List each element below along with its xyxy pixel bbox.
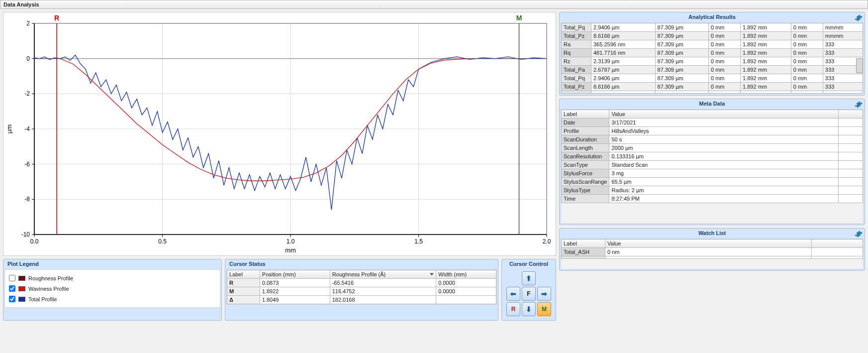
- cursor-r-button[interactable]: R: [506, 302, 520, 316]
- scrollbar[interactable]: [856, 58, 863, 73]
- cursor-control-panel: Cursor Control ⬆ ⬅ F ➡ R ⬇ M: [501, 259, 556, 321]
- table-cell: 0 mm: [791, 57, 823, 66]
- table-cell: 0 mm: [791, 49, 823, 57]
- table-cell: 87.309 µm: [655, 32, 708, 40]
- table-cell: 0 mm: [791, 66, 823, 74]
- table-cell: 0 mm: [708, 23, 740, 32]
- svg-text:-4: -4: [24, 125, 30, 132]
- meta-value: 0.133316 µm: [609, 152, 838, 161]
- cursor-right-button[interactable]: ➡: [537, 287, 551, 301]
- table-cell: 182.0168: [330, 296, 436, 304]
- table-cell: 8.6166 µm: [591, 83, 656, 91]
- cursor-status-panel: Cursor Status LabelPosition (mm)Roughnes…: [225, 259, 498, 321]
- watch-label: Total_ASH: [562, 248, 605, 256]
- svg-text:2.0: 2.0: [543, 238, 551, 245]
- table-cell: 87.309 µm: [655, 66, 708, 74]
- watch-list-title: Watch List: [560, 229, 865, 237]
- legend-swatch-icon: [18, 286, 25, 291]
- table-cell: 1.892 mm: [741, 40, 791, 49]
- table-cell: 0 mm: [708, 32, 740, 40]
- legend-checkbox[interactable]: [9, 275, 15, 281]
- cursor-control-title: Cursor Control: [502, 259, 556, 268]
- title-text: Data Analysis: [3, 1, 39, 7]
- result-label: Ra: [562, 40, 591, 49]
- meta-value: Radius: 2 µm: [609, 186, 838, 195]
- meta-label: Profile: [562, 127, 609, 135]
- svg-text:R: R: [54, 14, 59, 22]
- legend-item: Waviness Profile: [9, 283, 216, 294]
- cursor-left-button[interactable]: ⬅: [506, 287, 520, 301]
- table-cell: 0 mm: [708, 83, 740, 91]
- cursor-down-button[interactable]: ⬇: [522, 302, 536, 316]
- table-cell: 1.892 mm: [741, 74, 791, 83]
- column-header[interactable]: Roughness Profile (Å): [330, 270, 436, 279]
- table-cell: 0 mm: [791, 74, 823, 83]
- table-cell: 0 mm: [791, 23, 823, 32]
- table-cell: 2.9406 µm: [591, 74, 656, 83]
- legend-label: Roughness Profile: [28, 275, 73, 281]
- gear-icon[interactable]: [855, 230, 863, 238]
- chevron-down-icon: [430, 273, 434, 276]
- meta-label: ScanResolution: [562, 152, 609, 161]
- table-cell: 0 mm: [708, 74, 740, 83]
- meta-label: Time: [562, 195, 609, 203]
- table-cell: 365.2596 nm: [591, 40, 656, 49]
- meta-label: StylusScanRange: [562, 178, 609, 186]
- table-cell: 87.309 µm: [655, 57, 708, 66]
- cursor-up-button[interactable]: ⬆: [522, 271, 536, 285]
- arrow-left-icon: ⬅: [510, 290, 516, 298]
- result-label: Total_Pa: [562, 66, 591, 74]
- table-cell: 87.309 µm: [655, 83, 708, 91]
- table-cell: 1.892 mm: [741, 66, 791, 74]
- meta-value: HillsAndValleys: [609, 127, 838, 135]
- table-cell: 1.8049: [260, 296, 330, 304]
- svg-text:0: 0: [26, 55, 30, 62]
- cursor-fit-button[interactable]: F: [522, 287, 536, 301]
- profile-chart[interactable]: 0.00.51.01.52.020-2-4-6-8-10mmµmRM: [3, 12, 556, 256]
- svg-text:0.5: 0.5: [158, 238, 167, 245]
- result-label: [562, 91, 591, 94]
- table-cell: 0 mm: [791, 32, 823, 40]
- table-cell: 0 mm: [708, 57, 740, 66]
- cursor-status-table: LabelPosition (mm)Roughness Profile (Å)W…: [227, 270, 496, 304]
- table-cell: 0.0873: [260, 279, 330, 287]
- column-header: Label: [562, 239, 605, 248]
- table-cell: 333: [823, 49, 863, 57]
- analytical-results-title: Analytical Results: [560, 12, 865, 21]
- column-header: Position (mm): [260, 270, 330, 279]
- table-cell: [741, 91, 791, 94]
- legend-checkbox[interactable]: [9, 285, 15, 292]
- table-cell: R: [227, 279, 260, 287]
- table-cell: 333: [823, 83, 863, 91]
- svg-text:-6: -6: [24, 161, 30, 168]
- column-header: Width (mm): [436, 270, 496, 279]
- watch-value: 0 nm: [605, 248, 812, 256]
- analytical-results-panel: Analytical Results Total_Pq2.9406 µm87.3…: [559, 12, 865, 96]
- meta-label: ScanType: [562, 161, 609, 169]
- watch-label: [562, 256, 605, 259]
- gear-icon[interactable]: [855, 101, 863, 109]
- watch-list-panel: Watch List LabelValueTotal_ASH0 nm: [559, 228, 865, 271]
- column-header: Label: [562, 110, 609, 118]
- arrow-up-icon: ⬆: [526, 274, 532, 282]
- plot-legend-panel: Plot Legend Roughness ProfileWaviness Pr…: [3, 259, 222, 321]
- meta-value: 3/17/2021: [609, 118, 838, 127]
- title-bar: Data Analysis: [0, 0, 868, 9]
- svg-text:M: M: [516, 14, 522, 22]
- table-cell: [591, 91, 656, 94]
- legend-checkbox[interactable]: [9, 296, 15, 302]
- table-cell: 2.9406 µm: [591, 23, 656, 32]
- column-header: Label: [227, 270, 260, 279]
- cursor-m-button[interactable]: M: [537, 302, 551, 316]
- table-cell: [791, 91, 823, 94]
- svg-text:-2: -2: [24, 90, 30, 97]
- table-cell: 481.7716 nm: [591, 49, 656, 57]
- legend-swatch-icon: [18, 297, 25, 302]
- gear-icon[interactable]: [855, 14, 863, 22]
- svg-text:1.5: 1.5: [414, 238, 423, 245]
- table-cell: 8.6166 µm: [591, 32, 656, 40]
- table-cell: 1.892 mm: [741, 23, 791, 32]
- table-cell: [823, 91, 863, 94]
- table-cell: -65.5416: [330, 279, 436, 287]
- meta-label: StylusType: [562, 186, 609, 195]
